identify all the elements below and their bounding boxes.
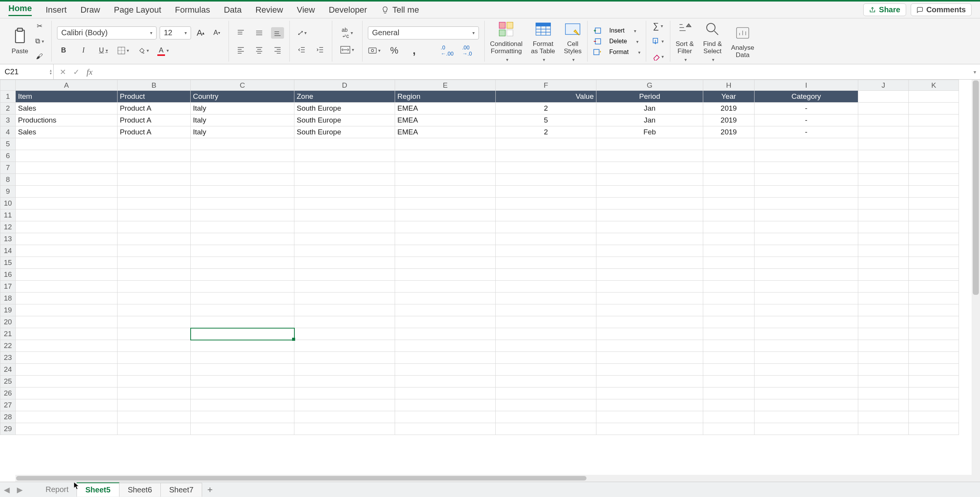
- cell[interactable]: [118, 364, 191, 376]
- cell[interactable]: [703, 269, 755, 281]
- cell[interactable]: [496, 245, 596, 257]
- cell[interactable]: [496, 174, 596, 186]
- cell[interactable]: [755, 209, 858, 221]
- autosum-button[interactable]: ∑: [652, 20, 665, 32]
- cell[interactable]: [909, 376, 959, 387]
- format-as-table-button[interactable]: Format as Table: [531, 20, 555, 62]
- cell[interactable]: [596, 174, 703, 186]
- cell[interactable]: [118, 233, 191, 245]
- col-header-D[interactable]: D: [294, 80, 395, 91]
- row-header-16[interactable]: 16: [0, 269, 16, 281]
- cell[interactable]: [294, 209, 395, 221]
- cell[interactable]: [596, 138, 703, 150]
- cell[interactable]: [909, 387, 959, 399]
- borders-button[interactable]: [117, 45, 130, 56]
- cell[interactable]: [755, 399, 858, 411]
- conditional-formatting-button[interactable]: Conditional Formatting: [490, 20, 523, 62]
- cell[interactable]: [909, 126, 959, 138]
- cell[interactable]: [909, 138, 959, 150]
- cell[interactable]: 2019: [703, 114, 755, 126]
- col-header-E[interactable]: E: [395, 80, 496, 91]
- cell[interactable]: [294, 233, 395, 245]
- cell[interactable]: [294, 162, 395, 174]
- cell[interactable]: [858, 376, 909, 387]
- cell[interactable]: EMEA: [395, 103, 496, 114]
- cell[interactable]: [703, 316, 755, 328]
- cell[interactable]: [16, 209, 118, 221]
- cell[interactable]: [395, 387, 496, 399]
- cell[interactable]: [909, 328, 959, 340]
- cell[interactable]: [395, 257, 496, 269]
- cell[interactable]: [118, 257, 191, 269]
- fill-color-button[interactable]: [137, 45, 150, 56]
- copy-button[interactable]: ⧉: [33, 36, 46, 47]
- cell[interactable]: [395, 221, 496, 233]
- horizontal-scroll-thumb[interactable]: [16, 476, 586, 481]
- cell[interactable]: [755, 257, 858, 269]
- cell[interactable]: [191, 245, 294, 257]
- cell[interactable]: [118, 269, 191, 281]
- cell[interactable]: [294, 387, 395, 399]
- increase-font-button[interactable]: A▴: [194, 27, 207, 39]
- row-header-15[interactable]: 15: [0, 257, 16, 269]
- cell[interactable]: [755, 364, 858, 376]
- cell[interactable]: Jan: [596, 103, 703, 114]
- cell[interactable]: [755, 316, 858, 328]
- cell[interactable]: [596, 257, 703, 269]
- delete-cells-button[interactable]: Delete: [593, 38, 640, 45]
- cell[interactable]: Year: [703, 91, 755, 103]
- cell[interactable]: [703, 198, 755, 209]
- orientation-button[interactable]: ⤢: [295, 27, 308, 39]
- cell[interactable]: [909, 221, 959, 233]
- cell[interactable]: [118, 293, 191, 304]
- cell[interactable]: [858, 114, 909, 126]
- tab-draw[interactable]: Draw: [80, 5, 100, 15]
- cell[interactable]: [294, 186, 395, 198]
- cell[interactable]: [191, 387, 294, 399]
- cell[interactable]: [496, 162, 596, 174]
- tell-me[interactable]: Tell me: [381, 5, 419, 15]
- cell[interactable]: -: [755, 103, 858, 114]
- cell[interactable]: [118, 186, 191, 198]
- cell[interactable]: [755, 293, 858, 304]
- cell[interactable]: [395, 269, 496, 281]
- cell[interactable]: [191, 304, 294, 316]
- cell[interactable]: [395, 281, 496, 293]
- cell[interactable]: [191, 293, 294, 304]
- cell[interactable]: [858, 364, 909, 376]
- cell[interactable]: Feb: [596, 126, 703, 138]
- cell[interactable]: [395, 186, 496, 198]
- cell[interactable]: [858, 257, 909, 269]
- cell[interactable]: [858, 162, 909, 174]
- cell[interactable]: [703, 376, 755, 387]
- cell[interactable]: 2019: [703, 126, 755, 138]
- cell[interactable]: [909, 91, 959, 103]
- cell[interactable]: [496, 364, 596, 376]
- cell[interactable]: [596, 387, 703, 399]
- tab-view[interactable]: View: [297, 5, 315, 15]
- cell[interactable]: [858, 245, 909, 257]
- sheet-tab-sheet6[interactable]: Sheet6: [119, 483, 161, 497]
- cell[interactable]: [755, 352, 858, 364]
- cell[interactable]: [496, 150, 596, 162]
- cell[interactable]: EMEA: [395, 126, 496, 138]
- cell[interactable]: [909, 340, 959, 352]
- enter-formula-button[interactable]: ✓: [73, 67, 80, 77]
- row-header-21[interactable]: 21: [0, 328, 16, 340]
- cell[interactable]: [596, 304, 703, 316]
- cell[interactable]: [596, 328, 703, 340]
- cell[interactable]: Sales: [16, 103, 118, 114]
- cell[interactable]: [496, 257, 596, 269]
- cell[interactable]: [858, 281, 909, 293]
- cell[interactable]: [858, 387, 909, 399]
- cancel-formula-button[interactable]: ✕: [60, 67, 66, 77]
- cell[interactable]: [909, 198, 959, 209]
- cell[interactable]: [858, 233, 909, 245]
- row-header-17[interactable]: 17: [0, 281, 16, 293]
- cell[interactable]: [596, 340, 703, 352]
- formula-input[interactable]: [99, 64, 969, 79]
- cell[interactable]: [596, 281, 703, 293]
- cell[interactable]: Category: [755, 91, 858, 103]
- cell[interactable]: [703, 162, 755, 174]
- cell[interactable]: [294, 399, 395, 411]
